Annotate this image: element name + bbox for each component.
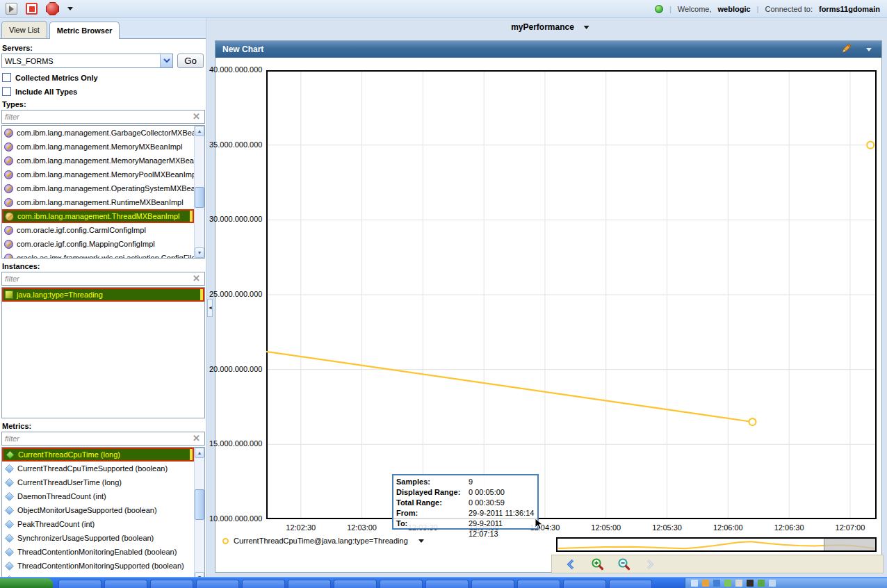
type-item[interactable]: com.oracle.igf.config.MappingConfigImpl xyxy=(2,237,194,251)
metric-item[interactable]: ThreadContentionMonitoringEnabled (boole… xyxy=(2,545,194,559)
type-item[interactable]: com.ibm.lang.management.MemoryPoolMXBean… xyxy=(2,168,194,181)
dropdown-arrow-button[interactable] xyxy=(160,54,172,67)
type-item[interactable]: com.ibm.lang.management.OperatingSystemM… xyxy=(2,181,194,195)
chart-summary-tooltip: Samples:9Displayed Range:0 00:05:00Total… xyxy=(392,474,539,530)
scroll-down-button[interactable]: ▼ xyxy=(195,247,204,258)
type-item[interactable]: com.ibm.lang.management.MemoryMXBeanImpl xyxy=(2,140,194,154)
scrollbar-thumb[interactable] xyxy=(195,187,204,208)
tray-icon[interactable] xyxy=(691,580,698,587)
view-title-row[interactable]: myPerformance xyxy=(511,22,589,32)
data-point-marker[interactable] xyxy=(749,418,756,425)
instance-item-selected[interactable]: java.lang:type=Threading xyxy=(2,288,204,302)
tray-icon[interactable] xyxy=(735,580,742,587)
tray-icon[interactable] xyxy=(713,580,720,587)
checkbox-collected-metrics-only[interactable] xyxy=(2,73,11,82)
metrics-scrollbar[interactable]: ▲ ▼ xyxy=(194,448,204,582)
instances-list-items: java.lang:type=Threading xyxy=(2,288,204,418)
chart-plot-area[interactable] xyxy=(266,70,877,519)
taskbar-window-button[interactable] xyxy=(334,580,377,588)
types-filter-input[interactable] xyxy=(1,110,205,124)
x-axis-tick-label: 12:03:00 xyxy=(340,523,384,532)
pan-left-button[interactable] xyxy=(563,557,578,572)
tooltip-value: 29-9-2011 11:36:14 xyxy=(469,508,534,518)
taskbar-window-button[interactable] xyxy=(425,580,469,588)
clear-filter-icon[interactable]: ✕ xyxy=(193,273,200,284)
taskbar-window-button[interactable] xyxy=(150,580,193,588)
tray-icon[interactable] xyxy=(747,580,754,587)
tray-icon[interactable] xyxy=(769,580,776,587)
type-item[interactable]: com.ibm.lang.management.RuntimeMXBeanImp… xyxy=(2,195,194,209)
collapse-panel-button[interactable]: ◄ xyxy=(207,299,213,317)
zoom-in-button[interactable] xyxy=(589,557,605,572)
type-item[interactable]: com.ibm.lang.management.MemoryManagerMXB… xyxy=(2,154,194,168)
taskbar-window-button[interactable] xyxy=(380,580,423,588)
data-point-marker[interactable] xyxy=(867,142,874,149)
resume-recording-button[interactable] xyxy=(6,3,17,15)
chart-legend[interactable]: CurrentThreadCpuTime@java.lang:type=Thre… xyxy=(222,535,424,546)
metric-item[interactable]: PeakThreadCount (int) xyxy=(2,517,194,531)
metric-item[interactable]: SynchronizerUsageSupported (boolean) xyxy=(2,531,194,545)
metric-item-label: CurrentThreadUserTime (long) xyxy=(17,478,122,487)
view-menu-caret-icon[interactable] xyxy=(584,26,589,29)
zoom-out-button[interactable] xyxy=(616,557,631,572)
types-scrollbar[interactable]: ▲ ▼ xyxy=(194,126,204,258)
overview-selection-window[interactable] xyxy=(824,539,875,550)
legend-menu-caret-icon[interactable] xyxy=(418,539,424,543)
instances-filter-input[interactable] xyxy=(1,272,205,286)
start-button[interactable] xyxy=(0,578,53,588)
instances-list: java.lang:type=Threading xyxy=(1,287,205,418)
x-axis-tick-label: 12:02:30 xyxy=(279,523,323,532)
tray-icon[interactable] xyxy=(758,580,765,587)
types-list: com.ibm.lang.management.GarbageCollector… xyxy=(1,125,205,259)
metric-item[interactable]: ThreadContentionMonitoringSupported (boo… xyxy=(2,559,194,573)
checkbox-include-all-types[interactable] xyxy=(2,87,11,96)
type-item[interactable]: com.ibm.lang.management.GarbageCollector… xyxy=(2,126,194,140)
mbean-type-icon xyxy=(4,184,13,193)
tab-view-list[interactable]: View List xyxy=(1,21,47,38)
go-button[interactable]: Go xyxy=(177,54,204,68)
taskbar-window-button[interactable] xyxy=(58,580,101,588)
taskbar-window-button[interactable] xyxy=(288,580,331,588)
recording-menu-caret-icon[interactable] xyxy=(67,7,73,10)
chart-title: New Chart xyxy=(222,44,263,54)
taskbar-window-button[interactable] xyxy=(471,580,514,588)
separator: | xyxy=(757,5,759,13)
pan-right-button-disabled[interactable] xyxy=(642,557,658,572)
halt-octagon-button[interactable] xyxy=(46,2,59,15)
stop-recording-button[interactable] xyxy=(26,3,38,15)
app-window: { "topbar": { "welcome_prefix": "Welcome… xyxy=(0,0,887,588)
metric-item[interactable]: CurrentThreadUserTime (long) xyxy=(2,475,194,489)
tray-icon[interactable] xyxy=(724,580,731,587)
scroll-up-button[interactable]: ▲ xyxy=(195,126,204,136)
tab-metric-browser[interactable]: Metric Browser xyxy=(49,22,120,39)
metric-item[interactable]: DaemonThreadCount (int) xyxy=(2,489,194,503)
play-icon xyxy=(9,6,14,13)
type-item-selected[interactable]: com.ibm.lang.management.ThreadMXBeanImpl xyxy=(2,209,194,223)
metric-item[interactable]: CurrentThreadCpuTimeSupported (boolean) xyxy=(2,462,194,475)
recording-controls xyxy=(0,2,73,15)
taskbar-window-button[interactable] xyxy=(196,580,239,588)
clear-filter-icon[interactable]: ✕ xyxy=(193,433,200,443)
taskbar-window-button[interactable] xyxy=(517,580,560,588)
x-axis-tick-label: 12:07:00 xyxy=(828,523,872,532)
metrics-filter-input[interactable] xyxy=(1,432,205,446)
type-item[interactable]: com.oracle.igf.config.CarmlConfigImpl xyxy=(2,223,194,237)
mbean-type-icon xyxy=(4,129,13,138)
taskbar-window-button[interactable] xyxy=(609,580,652,588)
metric-attribute-icon xyxy=(5,464,14,473)
scrollbar-thumb[interactable] xyxy=(195,489,204,520)
taskbar-window-button[interactable] xyxy=(242,580,285,588)
edit-pencil-icon[interactable] xyxy=(840,43,852,56)
chart-menu-caret-icon[interactable] xyxy=(866,48,872,51)
taskbar-window-button[interactable] xyxy=(104,580,147,588)
scroll-up-button[interactable]: ▲ xyxy=(195,448,204,458)
performance-view: myPerformance New Chart Samples:9Display… xyxy=(213,18,887,577)
clear-filter-icon[interactable]: ✕ xyxy=(193,111,200,122)
tray-icon[interactable] xyxy=(702,580,709,587)
type-item[interactable]: oracle.as.jmx.framework.wls.spi.activati… xyxy=(2,251,194,258)
taskbar-window-button[interactable] xyxy=(563,580,606,588)
timeline-overview-strip[interactable] xyxy=(556,537,877,552)
servers-dropdown[interactable]: WLS_FORMS xyxy=(1,54,173,68)
metric-item[interactable]: ObjectMonitorUsageSupported (boolean) xyxy=(2,503,194,517)
metric-item-selected[interactable]: CurrentThreadCpuTime (long) xyxy=(2,448,194,462)
